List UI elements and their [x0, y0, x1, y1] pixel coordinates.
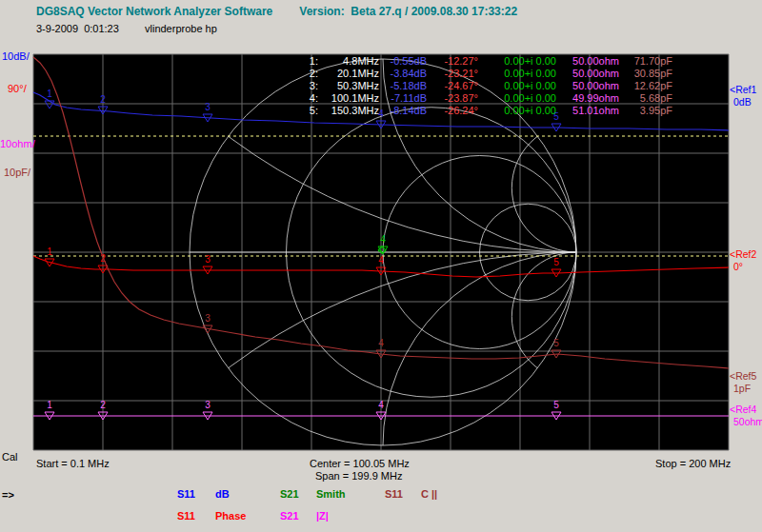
marker-cell-phase: -23.21°: [427, 68, 478, 80]
marker-cell-capacitance: 30.85pF: [619, 68, 672, 80]
marker-cell-db: -7.11dB: [379, 92, 427, 105]
legend-item[interactable]: S11: [177, 488, 195, 500]
marker-cell-num: 4:: [299, 92, 318, 105]
stop-frequency-label: Stop = 200 MHz: [655, 458, 731, 469]
reference-value: 50ohm: [730, 416, 762, 428]
marker-cell-freq: 20.1MHz: [318, 68, 379, 80]
marker-cell-freq: 100.1MHz: [318, 92, 379, 105]
vnwa-window: DG8SAQ Vector Network Analyzer Software …: [0, 0, 762, 532]
legend-item[interactable]: C ||: [421, 488, 437, 500]
marker-cell-impedance: 50.00ohm: [556, 55, 619, 68]
marker-cell-smith: 0.00+i 0.00: [478, 92, 556, 105]
svg-text:3: 3: [205, 254, 211, 265]
svg-text:4: 4: [378, 338, 384, 348]
marker-cell-db: -5.18dB: [379, 80, 427, 92]
svg-text:4: 4: [378, 255, 384, 266]
span-frequency-label: Span = 199.9 MHz: [315, 470, 402, 482]
legend-item[interactable]: Smith: [316, 488, 346, 500]
svg-text:3: 3: [205, 313, 211, 324]
marker-cell-smith: 0.00+i 0.00: [478, 80, 556, 92]
marker-cell-impedance: 50.00ohm: [556, 68, 619, 80]
scale-per-div-label: 10ohm/: [0, 138, 35, 149]
reference-name: <Ref5: [730, 370, 756, 383]
svg-text:4: 4: [378, 400, 384, 410]
marker-cell-freq: 4.8MHz: [318, 55, 379, 68]
marker-row: 5:150.3MHz-8.14dB-26.24°0.00+i 0.0051.01…: [299, 105, 672, 117]
legend-item[interactable]: S11: [385, 488, 403, 500]
marker-cell-capacitance: 71.70pF: [619, 55, 672, 68]
reference-label[interactable]: <Ref450ohm: [730, 404, 762, 428]
marker-cell-num: 5:: [299, 105, 318, 117]
marker-cell-impedance: 50.00ohm: [556, 80, 619, 92]
reference-value: 0°: [730, 261, 756, 273]
reference-value: 0dB: [730, 96, 756, 108]
reference-label[interactable]: <Ref10dB: [730, 84, 756, 108]
legend-item[interactable]: |Z|: [316, 510, 329, 522]
marker-cell-num: 1:: [299, 55, 318, 68]
marker-row: 1:4.8MHz-0.55dB-12.27°0.00+i 0.0050.00oh…: [299, 55, 672, 68]
scale-per-div-label: 90°/: [8, 83, 27, 94]
marker-cell-phase: -26.24°: [427, 105, 478, 117]
marker-cell-smith: 0.00+i 0.00: [478, 105, 556, 117]
legend-item[interactable]: dB: [215, 488, 230, 500]
marker-cell-db: -8.14dB: [379, 105, 427, 117]
reference-label[interactable]: <Ref51pF: [730, 370, 756, 395]
svg-text:1: 1: [47, 400, 52, 410]
reference-name: <Ref2: [730, 248, 756, 261]
marker-cell-phase: -12.27°: [427, 55, 478, 68]
legend-item[interactable]: S21: [280, 488, 299, 500]
marker-cell-phase: -24.67°: [427, 80, 478, 92]
reference-name: <Ref4: [730, 404, 762, 416]
svg-text:2: 2: [100, 94, 106, 105]
reference-name: <Ref1: [730, 84, 756, 96]
cal-status-label: Cal: [2, 451, 18, 463]
reference-value: 1pF: [730, 383, 756, 395]
marker-cell-capacitance: 3.95pF: [619, 105, 672, 117]
marker-cell-capacitance: 5.68pF: [619, 92, 672, 105]
marker-row: 4:100.1MHz-7.11dB-23.87°0.00+i 0.0049.99…: [299, 92, 672, 105]
center-frequency-label: Center = 100.05 MHz: [310, 458, 410, 469]
marker-cell-freq: 50.3MHz: [318, 80, 379, 92]
marker-cell-impedance: 51.01ohm: [556, 105, 619, 117]
legend-item[interactable]: S11: [177, 510, 195, 522]
svg-text:2: 2: [100, 400, 106, 410]
svg-text:1: 1: [47, 89, 52, 99]
marker-cell-phase: -23.87°: [427, 92, 478, 105]
marker-row: 3:50.3MHz-5.18dB-24.67°0.00+i 0.0050.00o…: [299, 80, 672, 92]
marker-cell-num: 2:: [299, 68, 318, 80]
legend-item[interactable]: Phase: [215, 510, 246, 522]
scale-per-div-label: 10dB/: [2, 50, 30, 62]
marker-row: 2:20.1MHz-3.84dB-23.21°0.00+i 0.0050.00o…: [299, 68, 672, 80]
svg-text:5: 5: [553, 257, 559, 267]
svg-text:3: 3: [205, 400, 211, 410]
marker-cell-db: -0.55dB: [379, 55, 427, 68]
marker-cell-capacitance: 12.62pF: [619, 80, 672, 92]
svg-text:3: 3: [205, 102, 211, 112]
marker-cell-db: -3.84dB: [379, 68, 427, 80]
marker-cell-impedance: 49.99ohm: [556, 92, 619, 105]
start-frequency-label: Start = 0.1 MHz: [36, 458, 110, 469]
marker-cell-smith: 0.00+i 0.00: [478, 55, 556, 68]
marker-table: 1:4.8MHz-0.55dB-12.27°0.00+i 0.0050.00oh…: [299, 55, 672, 117]
svg-text:4: 4: [380, 234, 386, 245]
marker-cell-num: 3:: [299, 80, 318, 92]
svg-text:5: 5: [553, 400, 559, 410]
svg-text:5: 5: [553, 338, 559, 348]
scale-per-div-label: 10pF/: [4, 167, 30, 178]
prompt-indicator: =>: [2, 489, 14, 501]
marker-cell-smith: 0.00+i 0.00: [478, 68, 556, 80]
reference-label[interactable]: <Ref20°: [730, 248, 756, 273]
svg-text:1: 1: [47, 246, 52, 257]
legend-item[interactable]: S21: [280, 510, 299, 522]
marker-cell-freq: 150.3MHz: [318, 105, 379, 117]
